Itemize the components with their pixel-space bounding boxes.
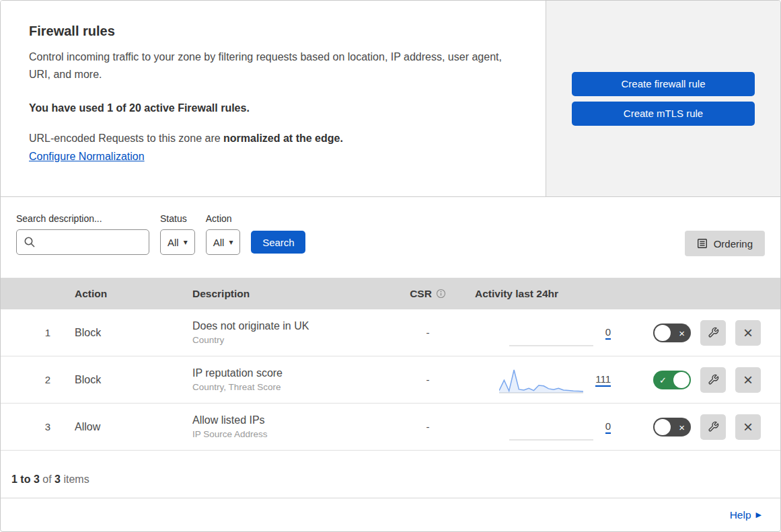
status-dropdown-value: All <box>168 237 179 248</box>
close-icon: × <box>743 372 753 388</box>
rule-activity-cell: 111 <box>458 366 630 394</box>
rule-priority: 3 <box>1 421 61 432</box>
header-csr: CSR <box>398 288 458 300</box>
firewall-rules-page: Firewall rules Control incoming traffic … <box>0 0 781 532</box>
wrench-icon <box>708 327 719 338</box>
arrow-right-icon: ▶ <box>756 511 761 519</box>
activity-count-link[interactable]: 0 <box>605 326 611 340</box>
rule-csr-value: - <box>398 327 458 338</box>
normalization-text-bold: normalized at the edge. <box>223 132 343 144</box>
toggle-knob <box>655 419 671 435</box>
header-action: Action <box>61 288 179 300</box>
ordering-button[interactable]: Ordering <box>685 231 765 256</box>
rule-enabled-toggle[interactable]: ✓ × <box>653 418 691 436</box>
rule-action: Allow <box>61 421 179 433</box>
normalization-text-plain: URL-encoded Requests to this zone are <box>29 132 223 144</box>
rule-activity-cell: 0 <box>458 413 630 441</box>
pagination-range: 1 to 3 <box>11 473 40 485</box>
help-link[interactable]: Help ▶ <box>730 509 761 521</box>
edit-rule-button[interactable] <box>700 414 726 440</box>
rule-description: Does not originate in UK <box>192 320 398 332</box>
x-icon: × <box>679 328 685 338</box>
header-description: Description <box>179 288 398 300</box>
rule-description: Allow listed IPs <box>192 414 398 426</box>
rule-controls: ✓ × × <box>630 320 780 346</box>
action-dropdown[interactable]: All ▾ <box>206 229 241 255</box>
rules-table: Action Description CSR Activity last 24h… <box>1 278 780 451</box>
rule-enabled-toggle[interactable]: ✓ × <box>653 371 691 389</box>
toggle-knob <box>673 372 690 388</box>
rule-csr-value: - <box>398 374 458 385</box>
table-row: 1 Block Does not originate in UK Country… <box>1 309 780 356</box>
activity-sparkline <box>509 413 593 441</box>
close-icon: × <box>743 419 753 435</box>
create-mtls-rule-button[interactable]: Create mTLS rule <box>572 102 755 126</box>
hero-text-panel: Firewall rules Control incoming traffic … <box>1 1 546 196</box>
activity-sparkline <box>499 366 583 394</box>
rule-activity-cell: 0 <box>458 319 630 347</box>
search-label: Search description... <box>16 213 160 224</box>
hero-section: Firewall rules Control incoming traffic … <box>1 1 780 197</box>
status-label: Status <box>160 213 206 224</box>
list-document-icon <box>697 238 708 249</box>
edit-rule-button[interactable] <box>700 367 726 393</box>
search-input[interactable] <box>16 229 149 255</box>
rule-expression-fields: Country <box>192 335 398 345</box>
pagination-items: items <box>63 473 89 485</box>
pagination-total: 3 <box>54 473 61 485</box>
rule-priority: 1 <box>1 327 61 338</box>
edit-rule-button[interactable] <box>700 320 726 346</box>
rule-action: Block <box>61 327 179 339</box>
rule-controls: ✓ × × <box>630 367 780 393</box>
rule-controls: ✓ × × <box>630 414 780 440</box>
table-header-row: Action Description CSR Activity last 24h… <box>1 278 780 309</box>
wrench-icon <box>708 374 719 385</box>
activity-sparkline <box>509 319 593 347</box>
table-row: 3 Allow Allow listed IPs IP Source Addre… <box>1 404 780 451</box>
chevron-down-icon: ▾ <box>229 238 233 246</box>
info-icon[interactable] <box>436 289 446 299</box>
rule-description-cell: IP reputation score Country, Threat Scor… <box>179 367 398 392</box>
rule-description-cell: Allow listed IPs IP Source Address <box>179 414 398 439</box>
rule-enabled-toggle[interactable]: ✓ × <box>653 324 691 342</box>
normalization-text: URL-encoded Requests to this zone are no… <box>29 132 517 145</box>
rule-csr-value: - <box>398 421 458 432</box>
toggle-knob <box>655 325 671 341</box>
rule-action: Block <box>61 374 179 386</box>
help-link-label: Help <box>730 509 751 521</box>
delete-rule-button[interactable]: × <box>735 414 761 440</box>
rule-description: IP reputation score <box>192 367 398 379</box>
pagination-of: of <box>42 473 51 485</box>
pagination-summary: 1 to 3 of 3 items <box>1 451 780 498</box>
check-icon: ✓ <box>659 375 667 384</box>
wrench-icon <box>708 421 719 432</box>
rule-expression-fields: IP Source Address <box>192 429 398 439</box>
create-firewall-rule-button[interactable]: Create firewall rule <box>572 72 755 96</box>
help-row: Help ▶ <box>1 498 780 531</box>
delete-rule-button[interactable]: × <box>735 367 761 393</box>
usage-notice: You have used 1 of 20 active Firewall ru… <box>29 102 517 114</box>
action-label: Action <box>206 213 252 224</box>
header-csr-label: CSR <box>410 288 432 300</box>
rule-expression-fields: Country, Threat Score <box>192 382 398 392</box>
filter-bar: Search description... Status All ▾ Actio… <box>1 197 780 278</box>
search-icon <box>24 236 36 248</box>
rule-priority: 2 <box>1 374 61 385</box>
header-activity: Activity last 24hr <box>458 288 630 300</box>
ordering-button-label: Ordering <box>714 238 753 250</box>
actions-panel: Create firewall rule Create mTLS rule <box>546 1 780 196</box>
delete-rule-button[interactable]: × <box>735 320 761 346</box>
page-title: Firewall rules <box>29 24 517 39</box>
search-button[interactable]: Search <box>251 231 305 254</box>
x-icon: × <box>679 422 685 432</box>
rule-description-cell: Does not originate in UK Country <box>179 320 398 345</box>
chevron-down-icon: ▾ <box>184 238 188 246</box>
activity-count-link[interactable]: 0 <box>605 420 611 434</box>
configure-normalization-link[interactable]: Configure Normalization <box>29 151 145 163</box>
table-row: 2 Block IP reputation score Country, Thr… <box>1 356 780 404</box>
status-dropdown[interactable]: All ▾ <box>160 229 195 255</box>
close-icon: × <box>743 325 753 341</box>
action-dropdown-value: All <box>213 237 225 248</box>
page-description: Control incoming traffic to your zone by… <box>29 48 517 83</box>
activity-count-link[interactable]: 111 <box>595 373 611 387</box>
